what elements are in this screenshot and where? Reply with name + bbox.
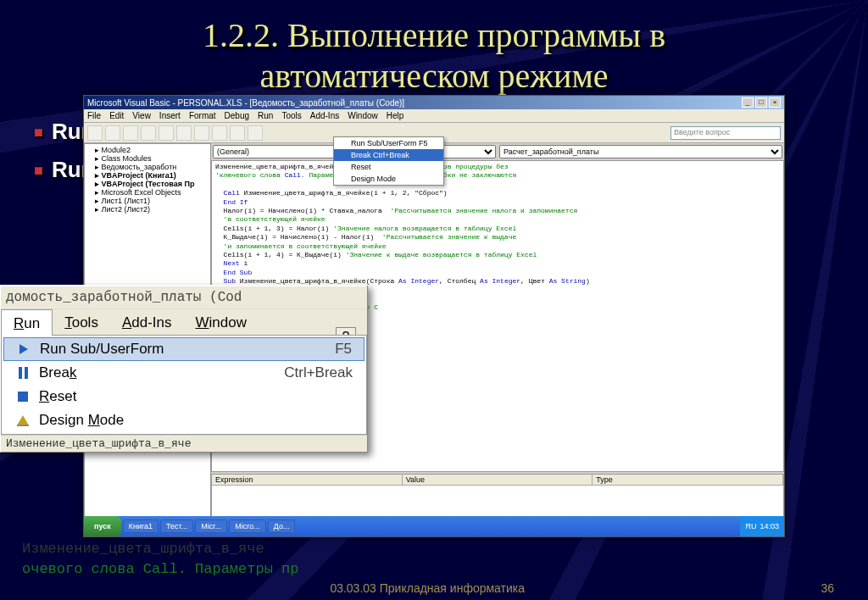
play-icon — [8, 344, 40, 354]
menu-file[interactable]: File — [87, 111, 101, 120]
ide-title-text: Microsoft Visual Basic - PERSONAL.XLS - … — [87, 98, 404, 108]
taskbar-item[interactable]: Micro... — [229, 519, 266, 533]
ask-question-box[interactable]: Введите вопрос — [670, 126, 781, 140]
menu-item-label: Break — [39, 364, 284, 381]
procedure-combo[interactable]: Расчет_заработной_платы — [499, 145, 782, 158]
tree-node[interactable]: ▸ Лист1 (Лист1) — [86, 197, 209, 205]
slide-footer: 03.03.03 Прикладная информатика 36 — [0, 581, 868, 595]
tree-node[interactable]: ▸ VBAProject (Тестовая Пр — [86, 180, 209, 188]
locals-col-type: Type — [593, 475, 783, 485]
menu-window-title: домость_заработной_платы (Соd — [1, 286, 367, 308]
tree-node[interactable]: ▸ Лист2 (Лист2) — [86, 205, 209, 214]
code-fragment-1: Изменение_цвета_шрифта_в_яче — [1, 435, 367, 452]
tree-node[interactable]: ▸ Module2 — [86, 146, 209, 154]
system-tray[interactable]: RU 14:03 — [740, 516, 784, 536]
menu-help[interactable]: Help — [387, 111, 404, 120]
run-item-break[interactable]: Break Ctrl+Break — [334, 149, 443, 161]
tab-window[interactable]: Window — [183, 309, 258, 336]
taskbar-item[interactable]: Книга1 — [123, 519, 159, 533]
tree-node[interactable]: ▸ VBAProject (Книга1) — [86, 171, 209, 180]
menu-window[interactable]: Window — [348, 111, 378, 120]
design-icon — [7, 415, 39, 425]
maximize-button[interactable]: □ — [755, 97, 767, 108]
menu-edit[interactable]: Edit — [109, 111, 124, 120]
menu-item-shortcut: F5 — [335, 341, 360, 358]
stop-icon — [7, 392, 39, 402]
taskbar-item[interactable]: До... — [268, 519, 296, 533]
ide-menubar[interactable]: FileEditViewInsertFormatDebugRunToolsAdd… — [84, 109, 784, 123]
tray-clock: 14:03 — [760, 522, 779, 531]
close-button[interactable]: × — [769, 97, 781, 108]
menu-item-label: Design Mode — [39, 412, 353, 429]
menu-run[interactable]: Run — [258, 111, 273, 120]
pause-icon — [7, 367, 39, 379]
ide-titlebar: Microsoft Visual Basic - PERSONAL.XLS - … — [84, 96, 784, 109]
run-dropdown[interactable]: Run Sub/UserFormF5BreakCtrl+BreakResetDe… — [1, 335, 367, 435]
menu-item-reset[interactable]: Reset — [2, 385, 366, 408]
menu-item-run-sub-userform[interactable]: Run Sub/UserFormF5 — [3, 337, 364, 361]
menu-tools[interactable]: Tools — [281, 111, 301, 120]
taskbar-item[interactable]: Micr... — [195, 519, 227, 533]
taskbar[interactable]: пуск Книга1Тест...Micr...Micro...До... R… — [84, 516, 784, 536]
taskbar-item[interactable]: Тест... — [160, 519, 193, 533]
menu-item-label: Reset — [39, 388, 353, 405]
start-button[interactable]: пуск — [84, 516, 121, 536]
run-item-design-mode[interactable]: Design Mode — [334, 173, 443, 185]
menu-add-ins[interactable]: Add-Ins — [310, 111, 339, 120]
slide-number: 36 — [821, 581, 834, 595]
locals-col-value: Value — [403, 475, 593, 485]
tab-run[interactable]: Run — [1, 309, 53, 336]
menu-item-break[interactable]: BreakCtrl+Break — [2, 361, 366, 385]
run-menu-dropdown-small[interactable]: Run Sub/UserForm F5Break Ctrl+BreakReset… — [333, 136, 444, 186]
run-menu-window: домость_заработной_платы (Соd RunToolsAd… — [0, 285, 368, 453]
tree-node[interactable]: ▸ Ведомость_заработн — [86, 163, 209, 171]
run-item-reset[interactable]: Reset — [334, 161, 443, 173]
locals-col-expr: Expression — [212, 475, 403, 485]
tree-node[interactable]: ▸ Class Modules — [86, 154, 209, 163]
run-item-run-sub-userform[interactable]: Run Sub/UserForm F5 — [334, 137, 443, 149]
menu-item-design-mode[interactable]: Design Mode — [2, 408, 366, 432]
minimize-button[interactable]: _ — [742, 97, 754, 108]
footer-text: 03.03.03 Прикладная информатика — [330, 581, 525, 595]
code-snippet-bottom: Изменение_цвета_шрифта_в_яче очевого сло… — [22, 539, 298, 580]
tab-tools[interactable]: Tools — [53, 309, 110, 336]
lang-indicator[interactable]: RU — [745, 522, 756, 531]
slide-title: 1.2.2. Выполнение программы в автоматиче… — [0, 15, 868, 97]
menu-insert[interactable]: Insert — [159, 111, 181, 120]
menu-format[interactable]: Format — [189, 111, 216, 120]
tab-add-ins[interactable]: Add-Ins — [110, 309, 184, 336]
menu-view[interactable]: View — [132, 111, 151, 120]
menu-debug[interactable]: Debug — [225, 111, 249, 120]
menu-bar[interactable]: RunToolsAdd-InsWindow — [1, 308, 367, 336]
menu-item-label: Run Sub/UserForm — [40, 341, 335, 358]
tree-node[interactable]: ▸ Microsoft Excel Objects — [86, 188, 209, 197]
menu-item-shortcut: Ctrl+Break — [284, 364, 361, 381]
